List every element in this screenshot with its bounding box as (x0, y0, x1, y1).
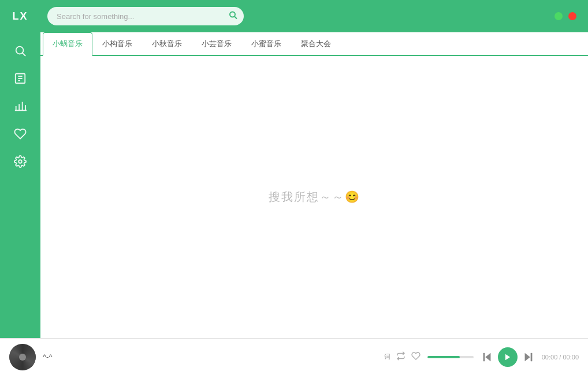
svg-marker-16 (505, 354, 510, 360)
sidebar-item-favorite[interactable] (8, 121, 33, 147)
search-icon[interactable] (229, 11, 238, 22)
tab-xiaomi[interactable]: 小蜜音乐 (241, 32, 291, 56)
album-art (9, 344, 36, 370)
sidebar-item-playlist[interactable] (8, 66, 33, 91)
time-current: 00:00 (542, 354, 558, 361)
tab-xiaoyun[interactable]: 小芸音乐 (192, 32, 241, 56)
time-total: 00:00 (563, 354, 579, 361)
time-section: 00:00 / 00:00 (542, 354, 579, 361)
volume-bar-fill (427, 356, 460, 358)
sidebar-item-chart[interactable] (8, 93, 33, 119)
svg-line-1 (235, 17, 237, 19)
svg-line-3 (23, 53, 25, 57)
svg-point-2 (16, 47, 24, 54)
tabs-bar: 小蜗音乐 小构音乐 小秋音乐 小芸音乐 小蜜音乐 聚合大会 (40, 32, 588, 56)
search-bar (47, 7, 244, 25)
sidebar-item-settings[interactable] (8, 149, 33, 174)
svg-rect-15 (483, 352, 485, 361)
tab-xiaoqiu[interactable]: 小秋音乐 (142, 32, 192, 56)
svg-marker-14 (485, 352, 490, 361)
volume-bar[interactable] (427, 356, 474, 358)
tab-juhui[interactable]: 聚合大会 (291, 32, 341, 56)
tab-xiaowo[interactable]: 小蜗音乐 (43, 32, 92, 56)
play-button[interactable] (498, 347, 518, 367)
svg-point-0 (230, 12, 235, 17)
window-controls (554, 12, 576, 20)
minimize-button[interactable] (554, 12, 563, 20)
sidebar-item-search[interactable] (8, 38, 33, 63)
time-display: 00:00 / 00:00 (542, 354, 579, 361)
extra-controls: 词 (384, 351, 420, 363)
empty-state-text: 搜我所想～～😊 (269, 189, 360, 205)
search-input[interactable] (47, 7, 244, 25)
play-controls (481, 347, 535, 367)
top-bar: LX (0, 0, 588, 32)
player-bar: ^-^ 词 (0, 338, 588, 375)
close-button[interactable] (568, 12, 576, 20)
empty-state: 搜我所想～～😊 (40, 56, 588, 338)
tab-xiaogou[interactable]: 小构音乐 (92, 32, 142, 56)
track-info: ^-^ (43, 352, 77, 361)
prev-button[interactable] (481, 351, 493, 363)
svg-point-13 (18, 160, 22, 163)
svg-rect-18 (530, 352, 532, 361)
repeat-button[interactable] (396, 351, 405, 363)
like-button[interactable] (411, 351, 420, 363)
logo-text: LX (12, 10, 28, 22)
sidebar (0, 32, 40, 338)
lyrics-button[interactable]: 词 (384, 352, 390, 361)
svg-marker-17 (524, 352, 530, 361)
content-area: 小蜗音乐 小构音乐 小秋音乐 小芸音乐 小蜜音乐 聚合大会 搜我所想～～😊 (40, 32, 588, 338)
next-button[interactable] (522, 351, 535, 363)
logo-area: LX (0, 0, 40, 32)
track-name: ^-^ (43, 352, 53, 361)
main-layout: 小蜗音乐 小构音乐 小秋音乐 小芸音乐 小蜜音乐 聚合大会 搜我所想～～😊 (0, 32, 588, 338)
